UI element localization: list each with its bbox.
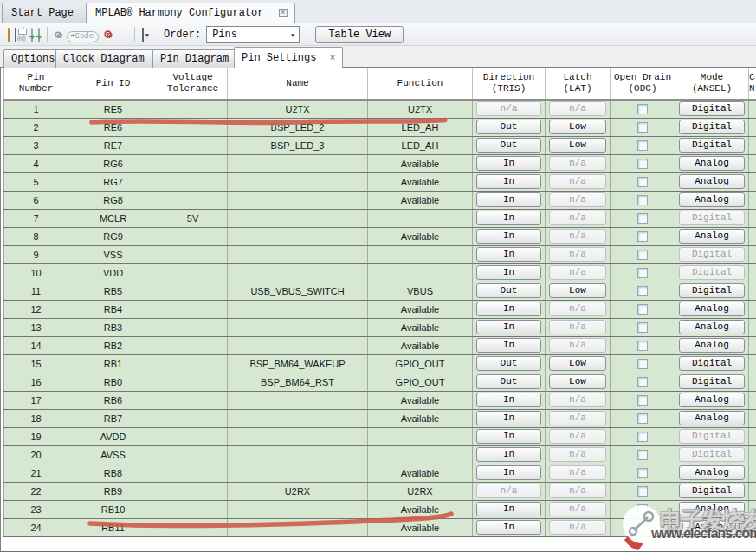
mode-button[interactable]: Digital — [679, 138, 745, 153]
mode-button[interactable]: Analog — [679, 229, 745, 244]
pin-name-cell[interactable] — [228, 445, 368, 464]
mode-button[interactable]: Digital — [679, 101, 745, 116]
pin-name-cell[interactable] — [228, 209, 368, 227]
mode-button[interactable]: Analog — [679, 502, 745, 516]
direction-button[interactable]: In — [476, 247, 541, 262]
odc-checkbox[interactable] — [637, 231, 648, 242]
direction-button[interactable]: In — [476, 302, 541, 316]
direction-button[interactable]: In — [476, 465, 541, 480]
pin-function-cell[interactable]: Available — [368, 227, 473, 245]
pin-name-cell[interactable] — [228, 245, 368, 263]
tab-pin-settings[interactable]: Pin Settings × — [234, 47, 343, 68]
direction-button[interactable]: In — [476, 211, 541, 225]
mode-button[interactable]: Analog — [679, 174, 745, 189]
pin-function-cell[interactable] — [368, 427, 473, 445]
odc-checkbox[interactable] — [637, 523, 648, 533]
direction-button[interactable]: In — [476, 320, 541, 334]
mode-button[interactable]: Analog — [679, 156, 745, 171]
pin-function-cell[interactable]: GPIO_OUT — [368, 354, 473, 373]
pin-function-cell[interactable]: Available — [368, 500, 473, 518]
mode-button[interactable]: Digital — [679, 283, 745, 298]
pin-name-cell[interactable] — [228, 318, 368, 336]
close-icon[interactable]: × — [330, 53, 336, 63]
pin-name-cell[interactable] — [228, 391, 368, 409]
odc-checkbox[interactable] — [637, 104, 648, 114]
pin-function-cell[interactable]: Available — [368, 172, 473, 191]
pin-function-cell[interactable]: Available — [368, 154, 473, 172]
pin-function-cell[interactable]: Available — [368, 191, 473, 209]
odc-checkbox[interactable] — [637, 213, 648, 224]
pin-function-cell[interactable]: Available — [368, 464, 473, 482]
mode-button[interactable]: Digital — [679, 120, 745, 134]
direction-button[interactable]: In — [476, 156, 541, 171]
pin-function-cell[interactable]: Available — [368, 300, 473, 318]
open-folder-icon[interactable] — [8, 29, 10, 41]
odc-checkbox[interactable] — [637, 304, 648, 315]
generate-code-icon[interactable]: ⚙⚙ ➜Code — [55, 28, 99, 42]
direction-button[interactable]: In — [476, 192, 541, 207]
pin-name-cell[interactable]: BSP_BM64_RST — [228, 373, 368, 391]
latch-button[interactable]: Low — [549, 374, 606, 389]
odc-checkbox[interactable] — [637, 504, 648, 515]
direction-button[interactable]: In — [476, 174, 541, 189]
odc-checkbox[interactable] — [637, 286, 648, 296]
pin-name-cell[interactable]: U2RX — [228, 482, 368, 500]
latch-button[interactable]: Low — [549, 120, 606, 134]
odc-checkbox[interactable] — [637, 413, 648, 424]
pin-name-cell[interactable]: BSP_LED_3 — [228, 136, 368, 154]
direction-button[interactable]: Out — [476, 374, 541, 389]
pin-function-cell[interactable] — [368, 445, 473, 464]
order-select[interactable]: Pins ▼ — [206, 26, 300, 43]
save-icon[interactable] — [15, 29, 16, 41]
pin-function-cell[interactable]: VBUS — [368, 282, 473, 300]
latch-button[interactable]: Low — [549, 283, 606, 298]
mode-button[interactable]: Digital — [679, 374, 745, 389]
odc-checkbox[interactable] — [637, 322, 648, 333]
direction-button[interactable]: Out — [476, 138, 541, 153]
odc-checkbox[interactable] — [637, 341, 648, 351]
pin-name-cell[interactable] — [228, 263, 368, 282]
latch-button[interactable]: Low — [549, 356, 606, 371]
pin-name-cell[interactable]: USB_VBUS_SWITCH — [228, 282, 368, 300]
pin-name-cell[interactable]: BSP_LED_2 — [228, 118, 368, 136]
pin-name-cell[interactable] — [228, 518, 368, 536]
direction-button[interactable]: In — [476, 429, 541, 444]
close-icon[interactable]: × — [279, 9, 288, 17]
pin-name-cell[interactable] — [228, 409, 368, 427]
pin-function-cell[interactable] — [368, 209, 473, 227]
pin-name-cell[interactable] — [228, 464, 368, 482]
mode-button[interactable]: Analog — [679, 192, 745, 207]
direction-button[interactable]: In — [476, 265, 541, 280]
mode-button[interactable]: Digital — [679, 484, 745, 498]
direction-button[interactable]: In — [476, 447, 541, 462]
direction-button[interactable]: In — [476, 502, 541, 516]
pin-name-cell[interactable] — [228, 300, 368, 318]
pin-name-cell[interactable] — [228, 427, 368, 445]
odc-checkbox[interactable] — [637, 468, 648, 478]
odc-checkbox[interactable] — [637, 377, 648, 387]
odc-checkbox[interactable] — [637, 395, 648, 406]
direction-button[interactable]: Out — [476, 356, 541, 371]
mode-button[interactable]: Analog — [679, 302, 745, 316]
pin-function-cell[interactable]: Available — [368, 409, 473, 427]
pin-name-cell[interactable]: BSP_BM64_WAKEUP — [228, 354, 368, 373]
direction-button[interactable]: In — [476, 520, 541, 535]
mode-button[interactable]: Analog — [679, 465, 745, 480]
direction-button[interactable]: In — [476, 411, 541, 425]
mode-button[interactable]: Analog — [679, 320, 745, 334]
odc-checkbox[interactable] — [637, 122, 648, 133]
odc-checkbox[interactable] — [637, 359, 648, 369]
export-configuration-icon[interactable]: ➜ — [38, 29, 40, 41]
odc-checkbox[interactable] — [637, 159, 648, 169]
pin-function-cell[interactable]: U2TX — [368, 100, 473, 118]
pin-name-cell[interactable] — [228, 336, 368, 354]
mode-button[interactable]: Analog — [679, 520, 745, 535]
tab-options[interactable]: Options — [3, 49, 62, 68]
direction-button[interactable]: In — [476, 229, 541, 244]
pin-name-cell[interactable] — [228, 172, 368, 191]
odc-checkbox[interactable] — [637, 250, 648, 260]
direction-button[interactable]: In — [476, 338, 541, 353]
pin-function-cell[interactable]: LED_AH — [368, 118, 473, 136]
odc-checkbox[interactable] — [637, 450, 648, 460]
pin-name-cell[interactable] — [228, 500, 368, 518]
